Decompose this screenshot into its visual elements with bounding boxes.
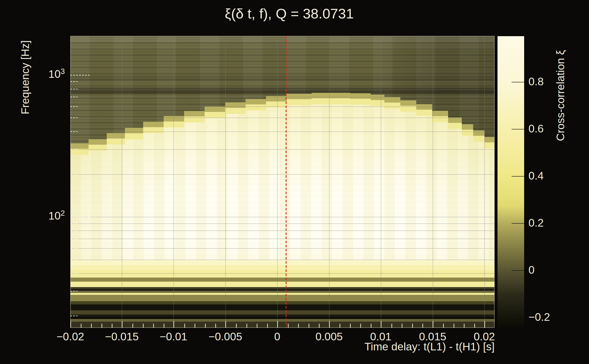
- h-gridline: [70, 106, 495, 107]
- colorbar-tick-label: 0.6: [529, 122, 544, 135]
- x-minor-tick: [392, 324, 392, 328]
- v-gridline: [329, 36, 330, 328]
- h-gridline: [70, 291, 495, 292]
- h-gridline: [70, 223, 495, 224]
- h-gridline: [70, 89, 495, 89]
- y-minor-tick: [70, 97, 78, 97]
- h-gridline: [70, 131, 495, 132]
- y-minor-tick: [70, 174, 78, 175]
- y-minor-tick: [70, 238, 78, 239]
- x-minor-tick: [247, 324, 247, 328]
- x-minor-tick: [153, 324, 154, 328]
- x-minor-tick: [422, 324, 423, 328]
- y-major-tick: [70, 75, 91, 76]
- colorbar-tick: [512, 129, 524, 130]
- h-gridline: [70, 273, 495, 274]
- y-minor-tick: [70, 316, 78, 316]
- y-minor-tick: [70, 149, 78, 150]
- h-gridline: [70, 118, 495, 118]
- v-gridline: [433, 36, 433, 328]
- x-minor-tick: [102, 324, 102, 328]
- colorbar-axis-label: Cross-correlation ξ: [554, 50, 567, 141]
- colorbar-tick: [512, 176, 524, 176]
- h-gridline: [70, 75, 495, 76]
- h-gridline: [70, 149, 495, 150]
- x-minor-tick: [236, 324, 237, 328]
- y-minor-tick: [70, 259, 78, 260]
- v-gridline: [277, 36, 278, 328]
- x-minor-tick: [443, 324, 444, 328]
- y-minor-tick: [70, 230, 78, 231]
- x-minor-tick: [91, 324, 92, 328]
- x-major-tick: [225, 321, 226, 328]
- x-minor-tick: [267, 324, 268, 328]
- x-minor-tick: [81, 324, 81, 328]
- x-minor-tick: [402, 324, 402, 328]
- chart-title: ξ(δ t, f), Q = 38.0731: [77, 6, 501, 22]
- x-minor-tick: [412, 324, 413, 328]
- y-minor-tick: [70, 291, 78, 292]
- x-minor-tick: [205, 324, 206, 328]
- y-minor-tick: [70, 223, 78, 224]
- colorbar-tick-label: 0: [529, 264, 535, 276]
- h-gridline: [70, 174, 495, 175]
- colorbar-tick: [512, 270, 524, 271]
- y-tick-label: 102: [10, 209, 65, 222]
- h-gridline: [70, 217, 495, 217]
- y-minor-tick: [70, 117, 78, 118]
- y-minor-tick: [70, 89, 78, 89]
- x-major-tick: [122, 321, 122, 328]
- colorbar-tick: [512, 317, 524, 318]
- x-minor-tick: [164, 324, 164, 328]
- x-minor-tick: [371, 324, 371, 328]
- x-major-tick: [70, 321, 71, 328]
- x-minor-tick: [298, 324, 299, 328]
- y-major-tick: [70, 217, 91, 217]
- y-tick-label: 103: [10, 67, 65, 80]
- colorbar-tick-label: 0.2: [529, 217, 544, 229]
- v-gridline: [122, 36, 122, 328]
- x-minor-tick: [288, 324, 288, 328]
- x-minor-tick: [340, 324, 340, 328]
- v-gridline: [484, 36, 485, 328]
- x-minor-tick: [319, 324, 320, 328]
- x-minor-tick: [195, 324, 195, 328]
- time-delay-marker-line: [286, 36, 287, 328]
- y-minor-tick: [70, 131, 78, 132]
- h-gridline: [70, 81, 495, 82]
- x-axis-label: Time delay: t(L1) - t(H1) [s]: [290, 340, 495, 353]
- x-minor-tick: [474, 324, 475, 328]
- qscan-cross-correlation-window: ξ(δ t, f), Q = 38.0731 Frequency [Hz] −0…: [0, 0, 589, 364]
- heatmap-low-frequency-bands: [70, 260, 495, 328]
- x-minor-tick: [464, 324, 465, 328]
- x-major-tick: [277, 321, 278, 328]
- colorbar: [497, 36, 524, 328]
- colorbar-tick-label: 0.8: [529, 75, 544, 88]
- colorbar-tick-label: 0.4: [529, 169, 544, 182]
- y-minor-tick: [70, 81, 78, 82]
- x-minor-tick: [454, 324, 454, 328]
- x-minor-tick: [184, 324, 185, 328]
- x-major-tick: [173, 321, 174, 328]
- x-minor-tick: [309, 324, 309, 328]
- x-minor-tick: [257, 324, 257, 328]
- colorbar-tick: [512, 223, 524, 224]
- v-gridline: [173, 36, 174, 328]
- x-minor-tick: [360, 324, 361, 328]
- y-minor-tick: [70, 248, 78, 249]
- y-minor-tick: [70, 273, 78, 274]
- x-minor-tick: [350, 324, 351, 328]
- x-major-tick: [329, 321, 330, 328]
- h-gridline: [70, 260, 495, 260]
- x-major-tick: [484, 321, 485, 328]
- x-major-tick: [433, 321, 433, 328]
- x-minor-tick: [112, 324, 112, 328]
- h-gridline: [70, 248, 495, 249]
- x-minor-tick: [132, 324, 133, 328]
- y-minor-tick: [70, 106, 78, 107]
- heatmap-plot-area: [70, 36, 495, 328]
- x-minor-tick: [215, 324, 216, 328]
- v-gridline: [225, 36, 226, 328]
- x-major-tick: [381, 321, 381, 328]
- colorbar-tick-label: −0.2: [529, 311, 550, 323]
